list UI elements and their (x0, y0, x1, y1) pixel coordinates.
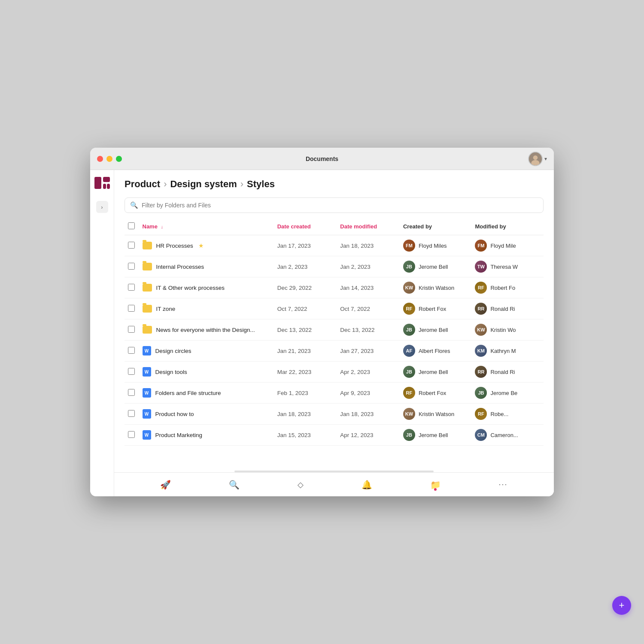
column-modified-by-header: Modified by (471, 218, 544, 235)
person-cell: JB Jerome Bell (403, 324, 468, 336)
titlebar: Documents ▾ (90, 148, 554, 170)
row-checkbox[interactable] (128, 305, 135, 312)
modified-by-cell: RF Robert Fo (471, 277, 544, 298)
modified-by-cell: TW Theresa W (471, 256, 544, 277)
chevron-down-icon[interactable]: ▾ (544, 156, 547, 162)
file-name[interactable]: Design circles (155, 348, 191, 354)
launch-icon: 🚀 (160, 480, 171, 490)
sidebar: › (90, 170, 114, 496)
person-name: Jerome Bell (419, 369, 448, 375)
person-cell: KW Kristin Watson (403, 282, 468, 294)
star-icon[interactable]: ★ (198, 242, 204, 249)
doc-icon: W (143, 430, 151, 440)
search-input[interactable] (142, 202, 538, 209)
person-name: Robert Fox (419, 390, 446, 396)
person-avatar: KW (403, 282, 415, 294)
table-row[interactable]: WProduct how toJan 18, 2023Jan 18, 2023 … (125, 404, 544, 425)
nav-notifications[interactable]: 🔔 (361, 480, 372, 490)
person-avatar: TW (475, 261, 487, 273)
row-checkbox[interactable] (128, 347, 135, 354)
person-cell: TW Theresa W (475, 261, 540, 273)
person-name: Ronald Ri (490, 369, 515, 375)
breadcrumb-product[interactable]: Product (125, 179, 160, 190)
table-row[interactable]: WDesign toolsMar 22, 2023Apr 2, 2023 JB … (125, 361, 544, 383)
minimize-button[interactable] (106, 156, 112, 162)
nav-more[interactable]: ··· (499, 480, 508, 489)
user-avatar-area[interactable]: ▾ (528, 152, 547, 166)
date-created-cell: Jan 17, 2023 (274, 235, 337, 256)
file-name-cell: WDesign circles (143, 346, 270, 355)
file-table: Name ↓ Date created Date modified Create… (114, 218, 554, 469)
person-avatar: KM (475, 345, 487, 357)
select-all-checkbox[interactable] (128, 222, 135, 229)
column-date-modified-header[interactable]: Date modified (337, 218, 400, 235)
column-date-created-header[interactable]: Date created (274, 218, 337, 235)
breadcrumb-styles[interactable]: Styles (247, 179, 275, 190)
person-cell: FM Floyd Miles (403, 240, 468, 252)
file-name[interactable]: News for everyone within the Design... (156, 327, 255, 333)
svg-rect-3 (94, 177, 101, 189)
row-checkbox[interactable] (128, 368, 135, 375)
file-name[interactable]: HR Processes (156, 243, 193, 249)
table-row[interactable]: News for everyone within the Design...De… (125, 319, 544, 340)
doc-icon: W (143, 388, 151, 398)
person-avatar: AF (403, 345, 415, 357)
date-created-cell: Jan 18, 2023 (274, 404, 337, 425)
main-layout: › Product › Design system › Styles 🔍 (90, 170, 554, 496)
file-name-cell: WFolders and File structure (143, 388, 270, 398)
table-row[interactable]: WFolders and File structureFeb 1, 2023Ap… (125, 383, 544, 404)
file-name[interactable]: Design tools (155, 369, 187, 375)
row-checkbox[interactable] (128, 326, 135, 333)
breadcrumb-design-system[interactable]: Design system (170, 179, 237, 190)
folder-icon (143, 326, 152, 334)
close-button[interactable] (97, 156, 103, 162)
file-name[interactable]: Product Marketing (155, 432, 203, 438)
row-checkbox[interactable] (128, 410, 135, 417)
created-by-cell: JB Jerome Bell (400, 425, 472, 446)
folder-icon (143, 242, 152, 249)
row-checkbox[interactable] (128, 263, 135, 270)
table-row[interactable]: WDesign circlesJan 21, 2023Jan 27, 2023 … (125, 340, 544, 361)
user-avatar[interactable] (528, 152, 543, 166)
file-name-cell: WProduct how to (143, 409, 270, 419)
search-nav-icon: 🔍 (229, 480, 240, 490)
person-name: Kristin Watson (419, 411, 454, 417)
nav-share[interactable]: ◇ (298, 480, 304, 489)
app-window: Documents ▾ › (90, 148, 554, 496)
more-icon: ··· (499, 480, 508, 489)
select-all-header (125, 218, 139, 235)
svg-rect-4 (103, 177, 110, 182)
file-name[interactable]: Folders and File structure (155, 390, 221, 396)
file-name[interactable]: Product how to (155, 411, 194, 417)
sort-icon[interactable]: ↓ (161, 224, 164, 229)
table-row[interactable]: WProduct MarketingJan 15, 2023Apr 12, 20… (125, 425, 544, 446)
table-row[interactable]: HR Processes★Jan 17, 2023Jan 18, 2023 FM… (125, 235, 544, 256)
nav-files[interactable]: 📁 (430, 480, 441, 490)
file-name[interactable]: Internal Processes (156, 264, 204, 270)
search-bar[interactable]: 🔍 (125, 197, 544, 213)
row-checkbox[interactable] (128, 284, 135, 291)
column-name-header[interactable]: Name ↓ (139, 218, 274, 235)
person-name: Robe... (490, 411, 508, 417)
maximize-button[interactable] (116, 156, 122, 162)
doc-icon: W (143, 409, 151, 419)
file-name[interactable]: IT zone (156, 306, 176, 312)
sidebar-toggle[interactable]: › (96, 201, 108, 213)
file-name-cell: WProduct Marketing (143, 430, 270, 440)
nav-launch[interactable]: 🚀 (160, 480, 171, 490)
person-name: Kristin Wo (490, 327, 516, 333)
row-checkbox[interactable] (128, 242, 135, 249)
person-avatar: JB (403, 429, 415, 441)
person-name: Jerome Be (490, 390, 517, 396)
row-checkbox[interactable] (128, 431, 135, 438)
file-name[interactable]: IT & Other work processes (156, 285, 225, 291)
row-checkbox[interactable] (128, 389, 135, 396)
date-created-cell: Oct 7, 2022 (274, 298, 337, 319)
date-created-cell: Jan 21, 2023 (274, 340, 337, 361)
table-row[interactable]: IT zoneOct 7, 2022Oct 7, 2022 RF Robert … (125, 298, 544, 319)
table-row[interactable]: Internal ProcessesJan 2, 2023Jan 2, 2023… (125, 256, 544, 277)
person-name: Albert Flores (419, 348, 450, 354)
nav-search[interactable]: 🔍 (229, 480, 240, 490)
table-row[interactable]: IT & Other work processesDec 29, 2022Jan… (125, 277, 544, 298)
search-icon: 🔍 (130, 201, 138, 209)
